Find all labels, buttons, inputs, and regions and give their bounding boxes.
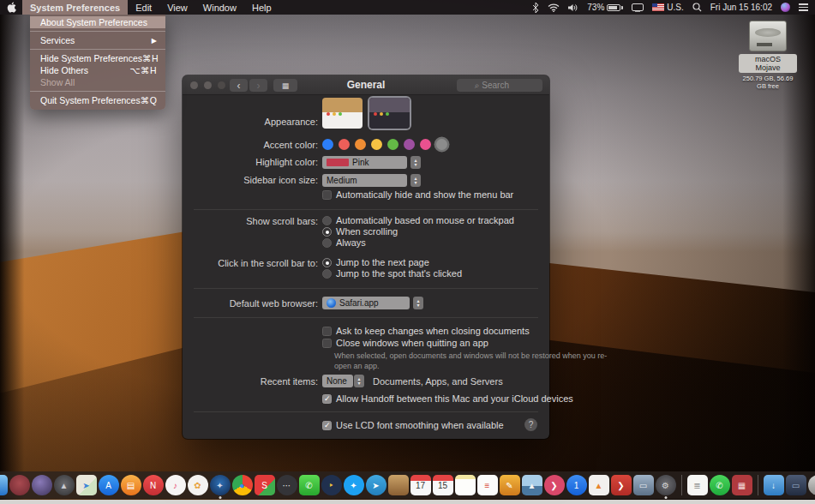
search-field[interactable]: ⌕ [457,79,542,92]
notification-center-icon[interactable] [799,3,808,11]
search-input[interactable] [482,81,524,90]
dock-icon-downloads-folder[interactable]: ↓ [764,475,784,495]
menu-option-quit[interactable]: Quit System Preferences ⌘Q [30,94,165,106]
browser-stepper-icon[interactable]: ▴▾ [413,297,423,309]
help-button[interactable]: ? [524,418,537,431]
accent-color-dot-0[interactable] [322,139,333,150]
accent-color-dot-1[interactable] [339,139,350,150]
recent-items-popup[interactable]: None [322,375,353,387]
input-source-indicator[interactable]: U.S. [652,3,683,12]
sidebar-stepper-icon[interactable]: ▴▾ [410,174,421,187]
dock-icon-folder-brown[interactable] [388,475,409,495]
spotlight-icon[interactable] [692,3,702,12]
accent-color-dot-6[interactable] [420,139,431,150]
accent-color-dot-2[interactable] [355,139,366,150]
appearance-dark-option[interactable] [369,98,410,129]
dock-icon-app-store[interactable]: A [99,475,119,495]
bluetooth-icon[interactable] [532,3,539,13]
click-option-spot-clicked[interactable]: Jump to the spot that's clicked [322,268,462,279]
menu-item-window[interactable]: Window [195,0,244,15]
dock-icon-red-play-app[interactable]: ❯ [611,475,632,495]
menu-option-hide-others[interactable]: Hide Others ⌥⌘H [30,64,165,76]
volume-icon[interactable] [568,3,578,12]
radio-next-page[interactable] [322,258,332,267]
accent-color-dot-7[interactable] [436,139,447,150]
battery-indicator[interactable]: 73% [587,3,623,12]
dock-icon-textedit[interactable]: ≣ [687,475,708,495]
dock-icon-pocket[interactable]: ❯ [544,475,565,495]
dock-icon-notes[interactable] [455,475,476,495]
menu-option-about[interactable]: About System Preferences [30,16,165,28]
radio-when-scrolling[interactable] [322,227,332,237]
close-windows-checkbox[interactable] [322,339,332,348]
dock-icon-facetime[interactable]: ✆ [299,475,320,495]
lcd-smoothing-option[interactable]: Use LCD font smoothing when available [322,420,504,430]
menu-item-system-preferences[interactable]: System Preferences [22,0,128,15]
dock-icon-photo-collage[interactable]: ▦ [732,475,752,495]
dock-icon-stocks[interactable]: S [255,475,275,495]
handoff-option[interactable]: Allow Handoff between this Mac and your … [322,393,573,404]
dock-icon-1password[interactable]: 1 [566,475,587,495]
radio-spot-clicked[interactable] [322,269,332,279]
hide-menubar-option[interactable]: Automatically hide and show the menu bar [322,189,513,200]
dock-icon-maps[interactable]: ➤ [76,475,97,495]
window-titlebar[interactable]: ‹ › ▦ General ⌕ [183,75,549,95]
scroll-option-auto[interactable]: Automatically based on mouse or trackpad [322,215,514,225]
dock-icon-reminders[interactable]: ≡ [477,475,498,495]
click-option-next-page[interactable]: Jump to the next page [322,257,429,267]
lcd-smoothing-checkbox[interactable] [322,421,332,430]
handoff-checkbox[interactable] [322,394,332,404]
dock-icon-bird-app[interactable]: ‣ [321,475,342,495]
radio-always[interactable] [322,238,332,248]
dock-icon-image-editor[interactable]: ✎ [500,475,520,495]
ask-keep-changes-option[interactable]: Ask to keep changes when closing documen… [322,326,530,336]
siri-icon[interactable] [781,3,790,12]
dock-icon-telegram[interactable]: ➤ [366,475,387,495]
display-mirroring-icon[interactable] [632,3,644,12]
menu-item-view[interactable]: View [159,0,195,15]
menu-item-help[interactable]: Help [244,0,279,15]
desktop-volume-icon[interactable]: macOS Mojave 250.79 GB, 56.69 GB free [739,21,797,90]
dock-icon-vlc[interactable]: ▲ [589,475,609,495]
scroll-option-when-scrolling[interactable]: When scrolling [322,226,398,237]
dock-icon-chat-app[interactable]: ⋯ [277,475,297,495]
dock-icon-system-preferences[interactable]: ⚙ [656,475,676,495]
recent-stepper-icon[interactable]: ▴▾ [354,375,364,387]
dock-icon-trash[interactable]: ▯ [808,475,815,495]
dock-icon-photo-viewer[interactable]: ▲ [522,475,542,495]
dock-icon-media-app[interactable]: ▭ [786,475,806,495]
appearance-light-option[interactable] [322,98,363,129]
dock-icon-photos[interactable]: ✿ [188,475,208,495]
accent-color-dot-4[interactable] [387,139,399,150]
dock-icon-siri[interactable] [32,475,52,495]
scroll-option-always[interactable]: Always [322,237,366,248]
dock-icon-itunes[interactable]: ♪ [165,475,186,495]
accent-color-dot-5[interactable] [404,139,415,150]
dock-icon-launchpad[interactable]: ▲ [54,475,75,495]
dock-icon-calendar-15[interactable]: 15 [433,475,453,495]
dock-icon-whatsapp[interactable]: ✆ [710,475,730,495]
dock-icon-chrome[interactable]: ● [232,475,253,495]
radio-auto[interactable] [322,216,332,225]
sidebar-size-popup[interactable]: Medium [322,174,407,187]
dock-icon-window-utility[interactable]: ▭ [633,475,654,495]
dock-icon-finder[interactable] [0,475,8,495]
wifi-icon[interactable] [548,3,560,12]
accent-color-dot-3[interactable] [371,139,382,150]
dock-icon-news[interactable]: N [143,475,164,495]
dock-icon-twitter[interactable]: ✦ [344,475,364,495]
menu-item-edit[interactable]: Edit [128,0,159,15]
ask-keep-changes-checkbox[interactable] [322,327,332,336]
hide-menubar-checkbox[interactable] [322,190,332,200]
dock-icon-red-badge-app[interactable] [9,475,30,495]
dock-icon-calendar-17[interactable]: 17 [410,475,431,495]
dock-icon-safari[interactable]: ✦ [210,475,231,495]
apple-menu-icon[interactable] [0,0,22,15]
browser-popup[interactable]: Safari.app [322,297,410,309]
highlight-stepper-icon[interactable]: ▴▾ [410,156,421,169]
highlight-color-popup[interactable]: Pink [322,156,407,169]
menu-bar-clock[interactable]: Fri Jun 15 16:02 [710,3,772,12]
dock-icon-books[interactable]: ▤ [121,475,141,495]
close-windows-option[interactable]: Close windows when quitting an app [322,338,488,348]
menu-option-hide[interactable]: Hide System Preferences ⌘H [30,52,165,64]
